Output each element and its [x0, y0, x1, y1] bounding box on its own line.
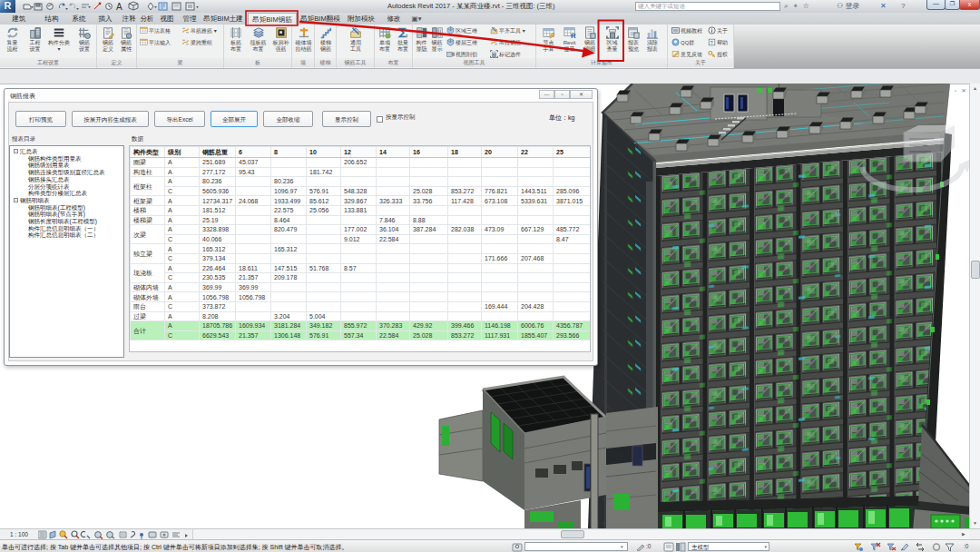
svg-text:A: A [116, 2, 122, 12]
